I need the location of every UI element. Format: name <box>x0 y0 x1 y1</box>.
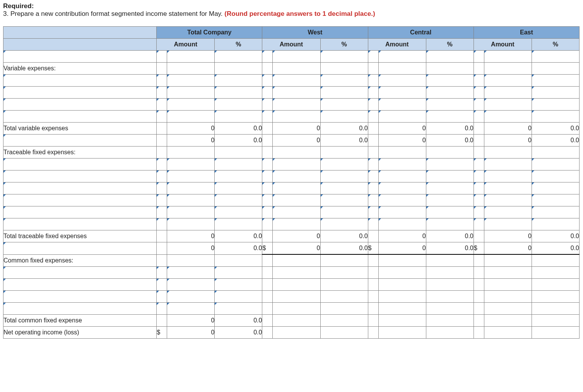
cell-input[interactable] <box>215 170 262 182</box>
cell-input[interactable] <box>157 170 167 182</box>
line-item-input[interactable] <box>3 279 157 291</box>
cell-input[interactable] <box>215 194 262 206</box>
cell-input[interactable] <box>368 206 378 218</box>
cell-input[interactable] <box>320 170 368 182</box>
cell-input[interactable] <box>215 218 262 230</box>
cell-input[interactable] <box>157 267 167 279</box>
cell-input[interactable] <box>474 218 484 230</box>
cell-input[interactable] <box>484 218 532 230</box>
cell-input[interactable] <box>320 206 368 218</box>
cell-input[interactable] <box>320 159 368 170</box>
cell-input[interactable] <box>273 99 320 111</box>
cell-input[interactable] <box>157 218 167 230</box>
line-item-input[interactable] <box>3 135 157 147</box>
cell-input[interactable] <box>167 75 215 87</box>
cell-input[interactable] <box>157 99 167 111</box>
cell-input[interactable] <box>167 303 215 315</box>
cell-input[interactable] <box>215 159 262 170</box>
cell-input[interactable] <box>262 218 273 230</box>
cell-input[interactable] <box>532 218 579 230</box>
cell-input[interactable] <box>157 206 167 218</box>
cell-input[interactable] <box>484 182 532 194</box>
cell-input[interactable] <box>378 170 426 182</box>
cell-input[interactable] <box>532 206 579 218</box>
cell-input[interactable] <box>273 111 320 123</box>
cell-input[interactable] <box>157 87 167 99</box>
cell-input[interactable] <box>167 194 215 206</box>
cell-input[interactable] <box>320 182 368 194</box>
cell-input[interactable] <box>484 194 532 206</box>
cell-input[interactable] <box>484 170 532 182</box>
cell-input[interactable] <box>262 194 273 206</box>
cell-input[interactable] <box>262 51 273 63</box>
cell-input[interactable] <box>532 159 579 170</box>
cell-input[interactable] <box>484 51 532 63</box>
cell-input[interactable] <box>368 51 378 63</box>
cell-input[interactable] <box>426 182 474 194</box>
cell-input[interactable] <box>273 51 320 63</box>
cell-input[interactable] <box>320 99 368 111</box>
line-item-input[interactable] <box>3 206 157 218</box>
cell-input[interactable] <box>474 99 484 111</box>
cell-input[interactable] <box>532 75 579 87</box>
line-item-input[interactable] <box>3 51 157 63</box>
cell-input[interactable] <box>532 170 579 182</box>
cell-input[interactable] <box>474 182 484 194</box>
cell-input[interactable] <box>167 99 215 111</box>
cell-input[interactable] <box>368 182 378 194</box>
cell-input[interactable] <box>368 111 378 123</box>
cell-input[interactable] <box>532 51 579 63</box>
cell-input[interactable] <box>215 279 262 291</box>
cell-input[interactable] <box>378 159 426 170</box>
cell-input[interactable] <box>474 170 484 182</box>
line-item-input[interactable] <box>3 303 157 315</box>
cell-input[interactable] <box>273 159 320 170</box>
cell-input[interactable] <box>378 51 426 63</box>
cell-input[interactable] <box>215 182 262 194</box>
cell-input[interactable] <box>368 194 378 206</box>
line-item-input[interactable] <box>3 159 157 170</box>
cell-input[interactable] <box>262 111 273 123</box>
cell-input[interactable] <box>157 291 167 303</box>
cell-input[interactable] <box>378 194 426 206</box>
cell-input[interactable] <box>474 51 484 63</box>
cell-input[interactable] <box>426 75 474 87</box>
cell-input[interactable] <box>474 206 484 218</box>
cell-input[interactable] <box>273 170 320 182</box>
cell-input[interactable] <box>157 111 167 123</box>
cell-input[interactable] <box>262 182 273 194</box>
cell-input[interactable] <box>368 218 378 230</box>
cell-input[interactable] <box>262 99 273 111</box>
cell-input[interactable] <box>532 87 579 99</box>
cell-input[interactable] <box>167 279 215 291</box>
cell-input[interactable] <box>532 99 579 111</box>
line-item-input[interactable] <box>3 267 157 279</box>
cell-input[interactable] <box>157 159 167 170</box>
cell-input[interactable] <box>167 170 215 182</box>
cell-input[interactable] <box>273 182 320 194</box>
cell-input[interactable] <box>262 206 273 218</box>
cell-input[interactable] <box>215 99 262 111</box>
cell-input[interactable] <box>157 51 167 63</box>
cell-input[interactable] <box>426 159 474 170</box>
cell-input[interactable] <box>157 279 167 291</box>
cell-input[interactable] <box>215 111 262 123</box>
cell-input[interactable] <box>215 303 262 315</box>
line-item-input[interactable] <box>3 218 157 230</box>
cell-input[interactable] <box>320 75 368 87</box>
cell-input[interactable] <box>426 51 474 63</box>
cell-input[interactable] <box>484 111 532 123</box>
cell-input[interactable] <box>368 99 378 111</box>
cell-input[interactable] <box>273 87 320 99</box>
cell-input[interactable] <box>378 99 426 111</box>
cell-input[interactable] <box>378 206 426 218</box>
line-item-input[interactable] <box>3 111 157 123</box>
cell-input[interactable] <box>215 87 262 99</box>
cell-input[interactable] <box>215 267 262 279</box>
cell-input[interactable] <box>484 159 532 170</box>
cell-input[interactable] <box>273 194 320 206</box>
cell-input[interactable] <box>474 159 484 170</box>
cell-input[interactable] <box>320 87 368 99</box>
cell-input[interactable] <box>157 303 167 315</box>
cell-input[interactable] <box>368 87 378 99</box>
